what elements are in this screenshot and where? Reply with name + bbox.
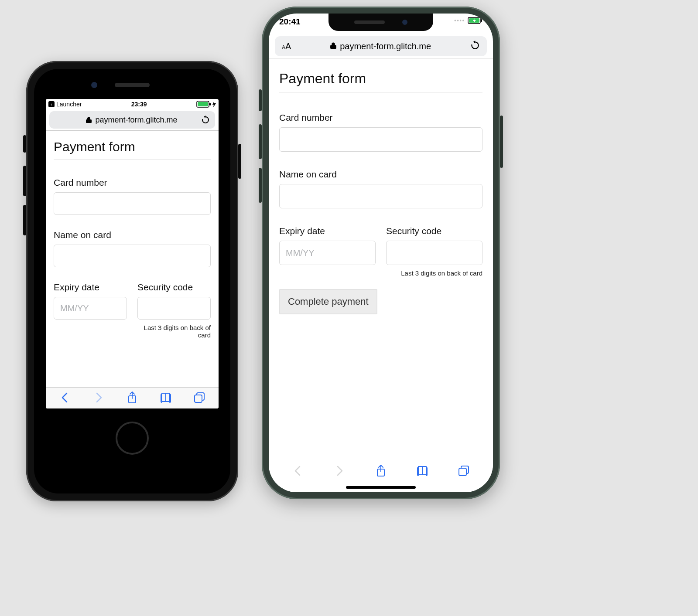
top-sensor-cluster	[34, 82, 230, 88]
safari-url-bar[interactable]: AA payment-form.glitch.me	[275, 36, 487, 56]
text-size-button[interactable]: AA	[282, 41, 291, 51]
card-number-label: Card number	[54, 177, 211, 188]
cellular-signal-icon: ••••	[454, 17, 465, 24]
cvc-group: Security code Last 3 digits on back of c…	[137, 282, 211, 339]
bookmarks-button[interactable]	[416, 464, 429, 477]
cvc-input[interactable]	[386, 241, 482, 265]
power-button	[500, 116, 503, 168]
expiry-label: Expiry date	[279, 226, 376, 236]
name-on-card-group: Name on card	[54, 230, 211, 267]
safari-toolbar	[46, 387, 219, 408]
status-time: 23:39	[131, 101, 147, 108]
status-time: 20:41	[279, 17, 301, 27]
name-on-card-input[interactable]	[279, 184, 482, 208]
cvc-group: Security code Last 3 digits on back of c…	[386, 226, 482, 277]
name-on-card-input[interactable]	[54, 245, 211, 267]
tabs-button[interactable]	[457, 464, 470, 477]
back-to-app-chip[interactable]: ‹ Launcher	[48, 101, 82, 108]
cvc-input[interactable]	[137, 297, 211, 320]
volume-down	[23, 205, 26, 235]
page-title: Payment form	[279, 71, 482, 92]
card-number-label: Card number	[279, 112, 482, 123]
forward-button[interactable]	[333, 464, 346, 477]
status-bar: ‹ Launcher 23:39	[46, 99, 219, 109]
reload-button[interactable]	[201, 116, 210, 124]
volume-up	[23, 166, 26, 196]
expiry-cvc-row: Expiry date Security code Last 3 digits …	[54, 282, 211, 339]
expiry-group: Expiry date	[54, 282, 127, 339]
expiry-input[interactable]	[54, 297, 127, 320]
url-text: payment-form.glitch.me	[95, 116, 177, 125]
lock-icon	[86, 117, 92, 123]
svg-rect-5	[195, 395, 202, 402]
power-button	[238, 144, 241, 179]
back-button[interactable]	[291, 464, 305, 477]
card-number-group: Card number	[279, 112, 482, 152]
expiry-group: Expiry date	[279, 226, 376, 277]
card-number-input[interactable]	[54, 192, 211, 215]
expiry-cvc-row: Expiry date Security code Last 3 digits …	[279, 226, 482, 277]
volume-up	[259, 124, 262, 159]
volume-down	[259, 168, 262, 203]
screen: 20:41 •••• AA payment-form.glitch.me	[269, 14, 493, 492]
earpiece-speaker-icon	[115, 83, 150, 87]
share-button[interactable]	[374, 464, 387, 477]
charging-bolt-icon	[212, 101, 216, 107]
home-indicator[interactable]	[346, 486, 416, 489]
chevron-left-icon: ‹	[48, 101, 55, 107]
expiry-input[interactable]	[279, 241, 376, 265]
url-text: payment-form.glitch.me	[340, 41, 431, 51]
cvc-hint: Last 3 digits on back of card	[137, 324, 211, 339]
battery-icon	[196, 101, 211, 108]
bookmarks-button[interactable]	[159, 391, 172, 404]
mute-switch	[23, 135, 26, 153]
earpiece-speaker-icon	[354, 20, 385, 24]
name-on-card-group: Name on card	[279, 169, 482, 208]
cvc-label: Security code	[137, 282, 211, 293]
url-address: payment-form.glitch.me	[86, 116, 177, 125]
front-camera-icon	[91, 82, 97, 88]
lock-icon	[330, 41, 336, 51]
name-on-card-label: Name on card	[279, 169, 482, 180]
page-title: Payment form	[54, 140, 211, 160]
tabs-button[interactable]	[193, 391, 206, 404]
svg-rect-11	[459, 468, 466, 476]
home-button[interactable]	[116, 422, 149, 455]
iphone11-device: 20:41 •••• AA payment-form.glitch.me	[262, 7, 500, 499]
cvc-label: Security code	[386, 226, 482, 236]
front-camera-icon	[402, 20, 407, 25]
screen: ‹ Launcher 23:39	[46, 99, 219, 408]
safari-url-bar[interactable]: payment-form.glitch.me	[49, 111, 215, 129]
complete-payment-button[interactable]: Complete payment	[279, 289, 377, 314]
web-content: Payment form Card number Name on card Ex…	[46, 131, 219, 387]
status-right-cluster: ••••	[454, 17, 482, 24]
reload-button[interactable]	[470, 41, 480, 52]
web-content: Payment form Card number Name on card Ex…	[269, 58, 493, 458]
name-on-card-label: Name on card	[54, 230, 211, 240]
mute-switch	[259, 89, 262, 111]
svg-rect-2	[198, 102, 208, 106]
battery-icon	[468, 17, 482, 24]
svg-rect-1	[209, 103, 211, 106]
url-address: payment-form.glitch.me	[330, 41, 431, 51]
svg-rect-7	[481, 19, 482, 22]
back-button[interactable]	[58, 391, 72, 404]
device-bezel: ‹ Launcher 23:39	[34, 69, 230, 493]
battery-indicator	[196, 101, 216, 108]
expiry-label: Expiry date	[54, 282, 127, 293]
forward-button[interactable]	[92, 391, 105, 404]
back-app-label: Launcher	[56, 101, 82, 108]
iphone8-device: ‹ Launcher 23:39	[26, 61, 238, 501]
share-button[interactable]	[126, 391, 139, 404]
display-notch	[328, 14, 433, 31]
card-number-input[interactable]	[279, 127, 482, 152]
cvc-hint: Last 3 digits on back of card	[386, 269, 482, 277]
card-number-group: Card number	[54, 177, 211, 215]
